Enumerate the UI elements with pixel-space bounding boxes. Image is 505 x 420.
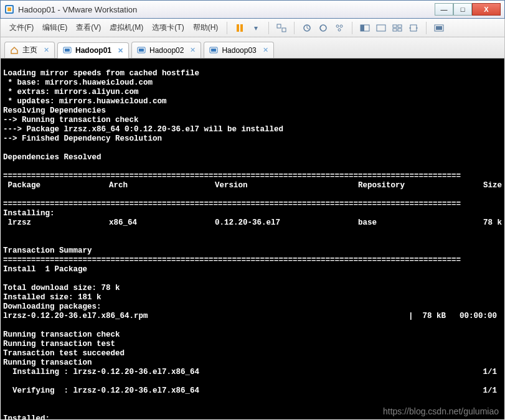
stretch-icon[interactable] bbox=[406, 21, 421, 35]
menu-bar: 文件(F) 编辑(E) 查看(V) 虚拟机(M) 选项卡(T) 帮助(H) ▾ bbox=[0, 19, 505, 37]
separator bbox=[426, 22, 427, 34]
menu-file[interactable]: 文件(F) bbox=[6, 20, 37, 35]
separator bbox=[294, 22, 295, 34]
console-view-icon[interactable] bbox=[432, 21, 446, 35]
tab-hadoop03[interactable]: Hadoop03 ✕ bbox=[204, 42, 273, 58]
unity-icon[interactable] bbox=[374, 21, 389, 35]
term-line: Running transaction check bbox=[3, 330, 120, 339]
svg-point-10 bbox=[340, 25, 342, 27]
svg-rect-18 bbox=[398, 29, 402, 31]
snapshot-revert-icon[interactable] bbox=[316, 21, 331, 35]
download-row: lrzsz-0.12.20-36.el7.x86_64.rpm| 78 kB00… bbox=[3, 312, 502, 321]
watermark: https://blog.csdn.net/gulumiao bbox=[383, 406, 499, 416]
close-button[interactable]: X bbox=[472, 3, 501, 16]
vm-icon bbox=[137, 46, 146, 55]
svg-rect-6 bbox=[282, 28, 286, 32]
term-line: --> Running transaction check bbox=[3, 116, 139, 124]
term-line: Transaction Summary bbox=[3, 246, 92, 255]
svg-point-9 bbox=[336, 25, 339, 27]
tab-hadoop01[interactable]: Hadoop01 ✕ bbox=[57, 42, 129, 58]
svg-rect-25 bbox=[139, 49, 144, 52]
term-line: * base: mirrors.huaweicloud.com bbox=[3, 78, 153, 87]
term-line: Loading mirror speeds from cached hostfi… bbox=[3, 69, 199, 78]
svg-rect-5 bbox=[277, 24, 281, 28]
dropdown-icon[interactable]: ▾ bbox=[248, 21, 263, 35]
close-icon[interactable]: ✕ bbox=[118, 47, 123, 55]
svg-rect-27 bbox=[211, 49, 216, 52]
term-line: Install 1 Package bbox=[3, 265, 87, 274]
term-line: Installed size: 181 k bbox=[3, 293, 101, 302]
term-line: Running transaction bbox=[3, 358, 92, 367]
svg-rect-16 bbox=[398, 25, 402, 27]
term-line: Resolving Dependencies bbox=[3, 106, 106, 115]
svg-rect-14 bbox=[377, 25, 385, 31]
separator bbox=[268, 22, 269, 34]
separator bbox=[227, 22, 227, 34]
svg-rect-15 bbox=[393, 25, 397, 27]
maximize-button[interactable]: □ bbox=[453, 3, 472, 16]
vm-icon bbox=[209, 46, 218, 55]
menu-view[interactable]: 查看(V) bbox=[72, 20, 105, 35]
svg-rect-17 bbox=[393, 29, 397, 31]
divider: ========================================… bbox=[3, 200, 461, 208]
svg-point-8 bbox=[320, 25, 326, 31]
separator bbox=[352, 22, 352, 34]
close-icon[interactable]: ✕ bbox=[44, 46, 49, 54]
table-row: lrzszx86_640.12.20-36.el7base78 k bbox=[3, 218, 502, 228]
minimize-button[interactable]: — bbox=[435, 3, 453, 16]
term-line: --> Finished Dependency Resolution bbox=[3, 134, 162, 143]
term-line: ---> Package lrzsz.x86_64 0:0.12.20-36.e… bbox=[3, 125, 283, 134]
close-icon[interactable]: ✕ bbox=[190, 46, 196, 54]
svg-rect-3 bbox=[237, 24, 239, 32]
svg-point-11 bbox=[338, 29, 341, 31]
close-icon[interactable]: ✕ bbox=[263, 46, 268, 54]
term-line: * updates: mirrors.huaweicloud.com bbox=[3, 97, 167, 106]
svg-rect-23 bbox=[65, 49, 70, 52]
tab-label: Hadoop01 bbox=[75, 46, 111, 55]
svg-rect-2 bbox=[7, 7, 11, 11]
table-header: PackageArchVersionRepositorySize bbox=[3, 181, 502, 190]
tabs-row: 主页 ✕ Hadoop01 ✕ Hadoop02 ✕ Hadoop03 ✕ bbox=[0, 37, 505, 58]
snapshot-manager-icon[interactable] bbox=[332, 21, 347, 35]
divider: ========================================… bbox=[3, 172, 461, 180]
tab-home[interactable]: 主页 ✕ bbox=[4, 42, 55, 58]
term-line: Dependencies Resolved bbox=[3, 153, 101, 162]
term-line: Installing: bbox=[3, 209, 55, 218]
fullscreen-icon[interactable] bbox=[357, 21, 372, 35]
term-line: Transaction test succeeded bbox=[3, 349, 125, 358]
tab-label: Hadoop02 bbox=[149, 46, 184, 55]
menu-help[interactable]: 帮助(H) bbox=[189, 20, 222, 35]
tab-label: Hadoop03 bbox=[222, 46, 256, 55]
terminal-output[interactable]: Loading mirror speeds from cached hostfi… bbox=[1, 58, 504, 419]
home-icon bbox=[10, 46, 19, 55]
snapshot-icon[interactable] bbox=[300, 21, 314, 35]
tab-label: 主页 bbox=[22, 45, 37, 55]
term-line: * extras: mirrors.aliyun.com bbox=[3, 88, 139, 96]
tab-hadoop02[interactable]: Hadoop02 ✕ bbox=[131, 42, 201, 58]
menu-edit[interactable]: 编辑(E) bbox=[39, 20, 71, 35]
term-line: Installed: bbox=[3, 414, 50, 419]
thumbnail-icon[interactable] bbox=[390, 21, 405, 35]
term-line: Total download size: 78 k bbox=[3, 284, 120, 292]
window-controls: — □ X bbox=[435, 3, 501, 16]
term-line: Running transaction test bbox=[3, 340, 115, 348]
progress-row: Installing : lrzsz-0.12.20-36.el7.x86_64… bbox=[3, 368, 502, 377]
progress-row: Verifying : lrzsz-0.12.20-36.el7.x86_641… bbox=[3, 386, 502, 396]
vm-icon bbox=[63, 46, 72, 55]
pause-icon[interactable] bbox=[232, 21, 247, 35]
vmware-app-icon bbox=[4, 4, 14, 14]
send-keys-icon[interactable] bbox=[274, 21, 289, 35]
menu-vm[interactable]: 虚拟机(M) bbox=[106, 20, 147, 35]
svg-rect-19 bbox=[410, 25, 417, 31]
menu-tabs[interactable]: 选项卡(T) bbox=[148, 20, 187, 35]
window-titlebar: Hadoop01 - VMware Workstation — □ X bbox=[0, 0, 505, 19]
divider: ========================================… bbox=[3, 256, 461, 264]
window-title: Hadoop01 - VMware Workstation bbox=[18, 5, 435, 14]
term-line: Downloading packages: bbox=[3, 302, 101, 311]
svg-rect-21 bbox=[436, 26, 442, 30]
svg-rect-13 bbox=[361, 25, 364, 31]
svg-rect-4 bbox=[240, 24, 243, 32]
